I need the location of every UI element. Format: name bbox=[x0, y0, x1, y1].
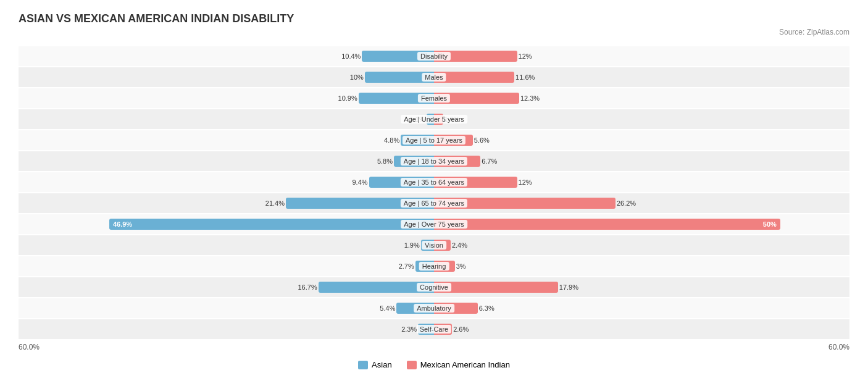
bar-label: Age | Under 5 years bbox=[401, 115, 467, 124]
legend-color-box bbox=[358, 361, 368, 369]
value-right: 12.3% bbox=[520, 94, 540, 102]
value-right: 5.6% bbox=[474, 136, 490, 144]
bar-container: 2.7%3%Hearing bbox=[19, 259, 849, 273]
bar-container: 9.4%12%Age | 35 to 64 years bbox=[19, 175, 849, 189]
chart-title: ASIAN VS MEXICAN AMERICAN INDIAN DISABIL… bbox=[19, 12, 849, 25]
chart-area: 10.4%12%Disability10%11.6%Males10.9%12.3… bbox=[19, 46, 849, 339]
chart-row: 1.1%1.3%Age | Under 5 years bbox=[19, 109, 849, 129]
value-left: 5.8% bbox=[377, 158, 393, 165]
value-left: 10.9% bbox=[338, 94, 357, 102]
value-right: 2.6% bbox=[453, 326, 469, 333]
value-left: 4.8% bbox=[384, 136, 399, 144]
value-right: 2.4% bbox=[452, 242, 467, 249]
bar-container: 2.3%2.6%Self-Care bbox=[19, 322, 849, 336]
value-right: 12% bbox=[519, 52, 532, 60]
right-bar bbox=[434, 282, 558, 293]
value-left: 21.4% bbox=[265, 200, 285, 207]
chart-row: 10.9%12.3%Females bbox=[19, 88, 849, 108]
bar-label: Cognitive bbox=[417, 283, 451, 292]
bar-container: 1.1%1.3%Age | Under 5 years bbox=[19, 112, 849, 126]
bar-label: Vision bbox=[422, 241, 446, 250]
bar-container: 46.9%50%Age | Over 75 years bbox=[19, 217, 849, 231]
bar-container: 10.4%12%Disability bbox=[19, 49, 849, 63]
bar-container: 5.8%6.7%Age | 18 to 34 years bbox=[19, 154, 849, 168]
value-left: 10% bbox=[350, 74, 364, 81]
axis-left-label: 60.0% bbox=[19, 343, 40, 351]
legend-item: Mexican American Indian bbox=[407, 360, 510, 369]
value-right: 26.2% bbox=[617, 200, 636, 207]
left-bar: 46.9% bbox=[109, 219, 434, 230]
value-left: 16.7% bbox=[298, 284, 317, 291]
chart-row: 21.4%26.2%Age | 65 to 74 years bbox=[19, 193, 849, 213]
value-right: 6.3% bbox=[479, 304, 495, 312]
bar-container: 5.4%6.3%Ambulatory bbox=[19, 301, 849, 315]
chart-row: 5.8%6.7%Age | 18 to 34 years bbox=[19, 151, 849, 171]
chart-row: 10.4%12%Disability bbox=[19, 46, 849, 66]
bar-label: Females bbox=[418, 94, 450, 103]
axis-right-label: 60.0% bbox=[828, 343, 849, 351]
legend: AsianMexican American Indian bbox=[19, 360, 849, 369]
bar-container: 10.9%12.3%Females bbox=[19, 91, 849, 105]
bar-label: Ambulatory bbox=[414, 304, 454, 313]
value-right: 6.7% bbox=[482, 158, 497, 165]
bar-container: 21.4%26.2%Age | 65 to 74 years bbox=[19, 196, 849, 210]
value-right: 12% bbox=[519, 178, 532, 186]
bar-container: 4.8%5.6%Age | 5 to 17 years bbox=[19, 133, 849, 147]
chart-row: 4.8%5.6%Age | 5 to 17 years bbox=[19, 130, 849, 150]
chart-row: 2.7%3%Hearing bbox=[19, 256, 849, 276]
chart-row: 10%11.6%Males bbox=[19, 67, 849, 87]
chart-row: 2.3%2.6%Self-Care bbox=[19, 319, 849, 339]
value-left: 2.7% bbox=[399, 262, 414, 270]
bar-container: 1.9%2.4%Vision bbox=[19, 238, 849, 252]
bar-label: Hearing bbox=[419, 262, 449, 271]
bar-label: Age | Over 75 years bbox=[401, 220, 467, 229]
bar-label: Age | 65 to 74 years bbox=[401, 199, 467, 208]
bar-label: Self-Care bbox=[417, 325, 451, 334]
value-left: 10.4% bbox=[341, 52, 361, 60]
bar-label: Males bbox=[422, 73, 446, 82]
right-bar bbox=[434, 72, 514, 83]
chart-row: 1.9%2.4%Vision bbox=[19, 235, 849, 255]
value-right: 17.9% bbox=[559, 284, 578, 291]
value-left: 5.4% bbox=[380, 304, 395, 312]
chart-row: 46.9%50%Age | Over 75 years bbox=[19, 214, 849, 234]
value-left: 46.9% bbox=[113, 220, 132, 228]
bar-label: Age | 5 to 17 years bbox=[403, 136, 465, 145]
right-bar: 50% bbox=[434, 219, 780, 230]
legend-color-box bbox=[407, 361, 417, 369]
value-right: 50% bbox=[763, 220, 777, 228]
chart-row: 16.7%17.9%Cognitive bbox=[19, 277, 849, 297]
bar-label: Disability bbox=[417, 52, 451, 61]
legend-label: Mexican American Indian bbox=[420, 360, 510, 369]
chart-row: 5.4%6.3%Ambulatory bbox=[19, 298, 849, 318]
chart-row: 9.4%12%Age | 35 to 64 years bbox=[19, 172, 849, 192]
legend-item: Asian bbox=[358, 360, 392, 369]
value-left: 9.4% bbox=[353, 178, 368, 186]
value-left: 2.3% bbox=[401, 326, 417, 333]
source-label: Source: ZipAtlas.com bbox=[19, 28, 849, 36]
legend-label: Asian bbox=[372, 360, 392, 369]
bar-label: Age | 35 to 64 years bbox=[401, 178, 467, 187]
axis-labels: 60.0% 60.0% bbox=[19, 340, 849, 356]
value-right: 11.6% bbox=[515, 74, 535, 81]
bar-container: 10%11.6%Males bbox=[19, 70, 849, 84]
bar-container: 16.7%17.9%Cognitive bbox=[19, 280, 849, 294]
bar-label: Age | 18 to 34 years bbox=[401, 157, 467, 166]
value-right: 3% bbox=[456, 262, 466, 270]
value-left: 1.9% bbox=[404, 242, 420, 249]
